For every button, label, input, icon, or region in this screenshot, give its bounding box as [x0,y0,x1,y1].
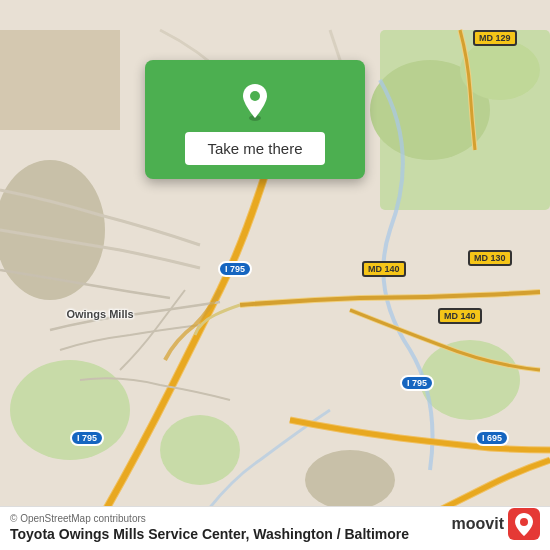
svg-point-13 [520,518,528,526]
moovit-logo: moovit [452,508,540,540]
road-badge-md130: MD 130 [468,250,512,266]
road-badge-i695: I 695 [475,430,509,446]
moovit-text: moovit [452,515,504,533]
svg-point-7 [160,415,240,485]
road-badge-md140-2: MD 140 [438,308,482,324]
svg-point-6 [10,360,130,460]
svg-point-5 [420,340,520,420]
take-me-there-button[interactable]: Take me there [185,132,324,165]
place-label-owings-mills: Owings Mills [60,308,140,320]
map-container: I 795 MD 140 MD 140 I 795 I 795 MD 129 M… [0,0,550,550]
road-badge-md129: MD 129 [473,30,517,46]
road-badge-i795-2: I 795 [400,375,434,391]
road-badge-i795-3: I 795 [70,430,104,446]
road-badge-md140-1: MD 140 [362,261,406,277]
location-pin-icon [233,78,277,122]
location-card: Take me there [145,60,365,179]
svg-rect-3 [0,30,120,130]
svg-point-8 [305,450,395,510]
road-badge-i795-1: I 795 [218,261,252,277]
svg-point-11 [250,91,260,101]
moovit-icon [508,508,540,540]
